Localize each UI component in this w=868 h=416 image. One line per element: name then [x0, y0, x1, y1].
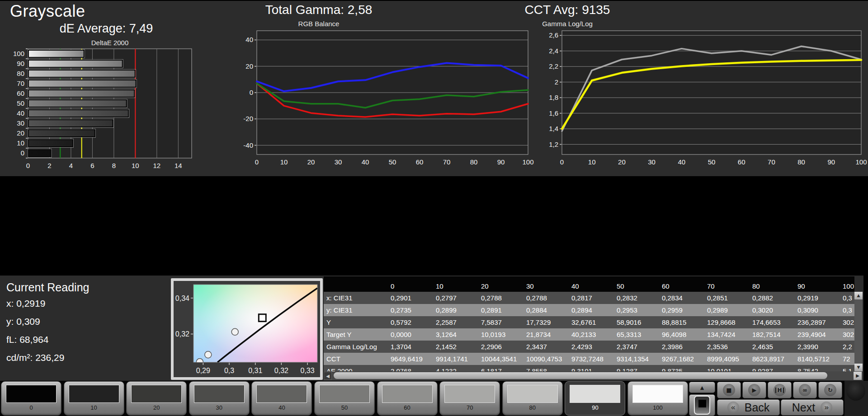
pattern-patch-button-40[interactable]: 40	[251, 381, 312, 416]
table-cell: 21,8734	[524, 328, 569, 341]
svg-text:10: 10	[17, 139, 24, 147]
table-vertical-scrollbar[interactable]: ▲ ▼	[854, 292, 863, 371]
table-cell: 4,1232	[433, 365, 478, 371]
table-cell: 0,2817	[569, 292, 614, 304]
table-cell: 2,2906	[478, 341, 524, 353]
table-cell: 88,8815	[659, 316, 704, 328]
stop-button[interactable]: ■	[717, 382, 741, 398]
table-cell: 0,2884	[524, 304, 569, 316]
horizontal-scrollbar-thumb[interactable]	[334, 372, 827, 379]
table-cell: 7,8558	[524, 365, 569, 371]
play-button[interactable]: ▶	[742, 382, 766, 398]
scroll-left-button[interactable]: ◀	[324, 372, 332, 380]
svg-text:60: 60	[17, 89, 24, 97]
patch-color-chip	[444, 385, 495, 403]
table-body: x: CIE310,29010,27970,27880,27880,28170,…	[324, 292, 854, 371]
svg-text:100: 100	[13, 50, 24, 57]
pattern-patch-button-10[interactable]: 10	[64, 381, 124, 416]
row-label: ΔE 2000	[324, 365, 388, 371]
table-cell: 10044,3541	[478, 353, 524, 365]
pattern-patch-button-90[interactable]: 90	[565, 381, 625, 416]
svg-text:90: 90	[827, 158, 835, 166]
svg-text:90: 90	[497, 158, 505, 166]
svg-text:0,29: 0,29	[196, 367, 210, 374]
refresh-button[interactable]: ↻	[818, 382, 842, 398]
patch-color-chip	[194, 385, 245, 403]
patch-button-label: 10	[64, 404, 124, 411]
play-icon: ▶	[748, 384, 760, 396]
pattern-patch-button-100[interactable]: 100	[627, 381, 688, 416]
table-column-header: 20	[478, 276, 524, 292]
table-cell: 2,3990	[795, 341, 840, 353]
svg-text:10: 10	[588, 158, 596, 166]
table-cell: 2,4293	[569, 341, 614, 353]
de-average-readout: dE Average: 7,49	[16, 22, 197, 36]
svg-text:4: 4	[69, 162, 73, 169]
scroll-down-button[interactable]: ▼	[854, 364, 863, 371]
svg-text:2,2: 2,2	[549, 62, 558, 70]
table-cell: 0,0000	[388, 328, 433, 341]
pattern-patch-button-50[interactable]: 50	[314, 381, 375, 416]
row-label: Target Y	[324, 328, 388, 341]
table-cell: 2,2	[840, 341, 854, 353]
patch-color-chip	[507, 385, 558, 403]
table-column-header: 50	[614, 276, 659, 292]
rgb-balance-chart-title: RGB Balance	[194, 20, 443, 28]
svg-text:0: 0	[560, 158, 564, 166]
table-cell: 58,9016	[614, 316, 659, 328]
pattern-patch-button-60[interactable]: 60	[377, 381, 438, 416]
table-cell: 3,1264	[433, 328, 478, 341]
patch-button-label: 70	[440, 404, 500, 411]
pattern-patch-button-0[interactable]: 0	[1, 381, 61, 416]
measurement-table: 0102030405060708090100 x: CIE310,29010,2…	[324, 276, 854, 371]
table-cell: 8,7542	[795, 365, 840, 371]
svg-text:0: 0	[26, 162, 30, 169]
patch-color-chip	[632, 385, 683, 403]
svg-text:50: 50	[17, 99, 24, 107]
pattern-window-button[interactable]	[689, 394, 715, 416]
patch-button-label: 80	[503, 404, 562, 411]
pattern-patch-button-20[interactable]: 20	[126, 381, 187, 416]
scroll-right-button[interactable]: ▶	[854, 372, 862, 380]
svg-text:6: 6	[90, 162, 94, 169]
table-cell: 9,1287	[614, 365, 659, 371]
loop-button[interactable]: ∞	[793, 382, 817, 398]
svg-text:40: 40	[678, 158, 685, 166]
svg-text:30: 30	[648, 158, 656, 166]
pattern-patch-button-80[interactable]: 80	[502, 381, 563, 416]
table-cell: 2,3437	[524, 341, 569, 353]
row-label: Gamma Log/Log	[324, 341, 388, 353]
table-cell: 6,1817	[478, 365, 524, 371]
table-column-header: 10	[433, 276, 478, 292]
table-cell: 0,2735	[388, 304, 433, 316]
table-cell: 9314,1354	[614, 353, 659, 365]
cie-chromaticity-chart-frame: 0,290,30,310,320,330,320,34	[171, 278, 323, 380]
table-cell: 0,2797	[433, 292, 478, 304]
current-reading-y: y: 0,309	[6, 316, 40, 327]
table-cell: 0,2901	[388, 292, 433, 304]
svg-text:90: 90	[17, 60, 24, 67]
current-reading-title: Current Reading	[6, 281, 89, 294]
pattern-patch-button-70[interactable]: 70	[439, 381, 500, 416]
svg-text:14: 14	[175, 162, 182, 169]
table-column-header: 90	[795, 276, 840, 292]
table-horizontal-scrollbar[interactable]: ◀ ▶	[324, 371, 863, 380]
back-button[interactable]: « Back	[717, 399, 780, 416]
pattern-up-button[interactable]: ▲	[689, 382, 715, 393]
svg-text:40: 40	[245, 36, 253, 43]
pattern-patch-button-30[interactable]: 30	[189, 381, 250, 416]
next-button[interactable]: Next »	[781, 399, 844, 416]
svg-text:-20: -20	[243, 115, 253, 122]
table-cell: 9649,6419	[388, 353, 433, 365]
table-row-target-y: Target Y0,00003,126410,019321,873440,213…	[324, 328, 854, 341]
svg-text:0,32: 0,32	[274, 367, 288, 374]
scroll-up-button[interactable]: ▲	[854, 292, 863, 299]
table-cell: 72	[840, 353, 854, 365]
table-header-row: 0102030405060708090100	[324, 276, 854, 292]
table-cell: 0,2989	[704, 304, 750, 316]
table-cell: 302	[840, 328, 854, 341]
table-cell: 0,2891	[478, 304, 524, 316]
pattern-size-button[interactable]: H	[768, 382, 792, 398]
table-cell: 17,7329	[524, 316, 569, 328]
svg-text:0,3: 0,3	[224, 367, 234, 374]
